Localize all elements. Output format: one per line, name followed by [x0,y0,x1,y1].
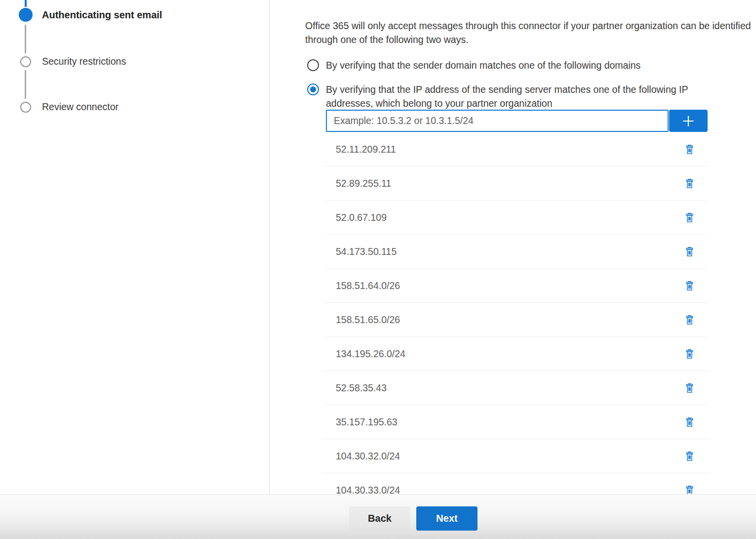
exchange-connector-wizard: Authenticating sent emailSecurity restri… [0,0,756,539]
stepper-connector-line [25,0,27,7]
wizard-step[interactable]: Security restrictions [0,56,269,67]
radio-option[interactable]: By verifying that the sender domain matc… [307,58,731,72]
delete-ip-button[interactable] [681,379,698,396]
ip-row: 52.0.67.109 [325,201,707,235]
ip-row: 52.58.35.43 [325,371,707,405]
delete-ip-button[interactable] [681,277,698,294]
ip-address: 54.173.50.115 [325,246,397,257]
trash-icon [684,178,695,189]
open-circle-icon [20,102,31,113]
radio-unselected-icon[interactable] [307,59,319,71]
ip-address: 52.11.209.211 [325,144,396,155]
open-circle-icon [20,56,31,67]
ip-address-input[interactable] [326,110,669,132]
wizard-footer: Back Next [0,494,756,539]
trash-icon [684,212,695,223]
radio-option-label: By verifying that the IP address of the … [326,83,731,110]
plus-icon [680,113,696,129]
ip-address: 35.157.195.63 [325,416,398,428]
step-label: Authenticating sent email [42,9,162,21]
ip-row: 35.157.195.63 [325,405,707,439]
authenticating-sent-email-page: Office 365 will only accept messages thr… [270,0,756,495]
trash-icon [684,416,695,428]
delete-ip-button[interactable] [681,448,698,464]
ip-address: 104.30.33.0/24 [325,485,400,495]
trash-icon [684,382,695,394]
ip-address: 52.89.255.11 [325,178,391,189]
step-label: Security restrictions [42,56,126,67]
trash-icon [684,246,695,257]
trash-icon [684,451,695,462]
ip-address: 158.51.65.0/26 [325,314,400,326]
trash-icon [684,314,695,326]
delete-ip-button[interactable] [681,243,698,260]
step-label: Review connector [42,101,119,113]
radio-selected-icon[interactable] [307,83,319,95]
ip-address: 134.195.26.0/24 [325,348,405,360]
wizard-step[interactable]: Review connector [0,101,269,113]
delete-ip-button[interactable] [681,141,698,158]
back-button[interactable]: Back [349,506,410,531]
page-description: Office 365 will only accept messages thr… [305,19,756,46]
ip-row: 52.89.255.11 [325,166,707,201]
radio-option[interactable]: By verifying that the IP address of the … [307,83,731,110]
delete-ip-button[interactable] [681,482,698,495]
stepper-connector-line [25,70,26,99]
ip-address: 52.58.35.43 [325,382,387,394]
delete-ip-button[interactable] [681,414,698,430]
next-button[interactable]: Next [416,506,477,531]
ip-row: 104.30.33.0/24 [325,473,707,495]
stepper-connector-line [25,25,26,53]
wizard-steps-panel: Authenticating sent emailSecurity restri… [0,0,270,495]
delete-ip-button[interactable] [681,175,698,192]
ip-input-row [326,110,708,132]
delete-ip-button[interactable] [681,209,698,226]
ip-row: 54.173.50.115 [325,235,707,269]
ip-row: 158.51.65.0/26 [325,303,707,337]
ip-address-list: 52.11.209.21152.89.255.1152.0.67.10954.1… [325,132,707,495]
trash-icon [684,144,695,155]
delete-ip-button[interactable] [681,345,698,362]
trash-icon [684,485,695,495]
delete-ip-button[interactable] [681,311,698,328]
filled-circle-icon [19,8,33,22]
ip-row: 134.195.26.0/24 [325,337,707,371]
wizard-step[interactable]: Authenticating sent email [0,8,269,22]
ip-address: 104.30.32.0/24 [325,451,400,462]
trash-icon [684,280,695,291]
wizard-stepper: Authenticating sent emailSecurity restri… [0,0,269,113]
ip-row: 52.11.209.211 [325,132,707,166]
ip-address: 52.0.67.109 [325,212,387,223]
trash-icon [684,348,695,360]
ip-row: 104.30.32.0/24 [325,439,707,473]
ip-address: 158.51.64.0/26 [325,280,400,291]
radio-option-label: By verifying that the sender domain matc… [326,58,731,72]
add-ip-button[interactable] [669,110,708,132]
ip-row: 158.51.64.0/26 [325,269,707,303]
